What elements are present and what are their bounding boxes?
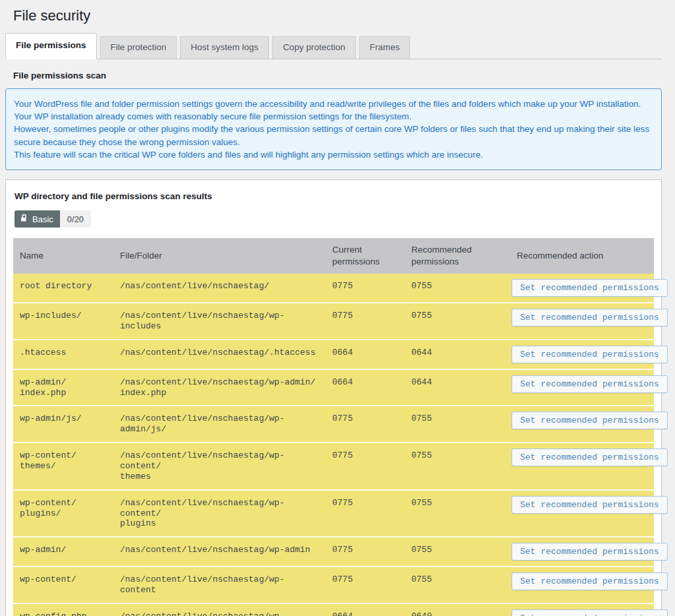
row-name: root directory <box>13 274 113 303</box>
row-action-cell: Set recommended permissions <box>510 406 654 443</box>
row-recommended-permissions: 0644 <box>405 340 510 369</box>
row-name: wp-admin/ index.php <box>13 369 113 406</box>
row-name: wp-admin/ <box>13 537 113 567</box>
table-header-row: Name File/Folder Current permissions Rec… <box>13 238 654 274</box>
row-file-folder: /nas/content/live/nschaestag/wp-admin/ i… <box>113 369 326 406</box>
row-file-folder: /nas/content/live/nschaestag/wp-includes <box>113 303 326 340</box>
row-recommended-permissions: 0755 <box>405 490 510 538</box>
header-name: Name <box>13 238 113 274</box>
row-action-cell: Set recommended permissions <box>510 490 654 538</box>
table-row: wp-admin/ /nas/content/live/nschaestag/w… <box>13 537 654 567</box>
tab-copy-protection[interactable]: Copy protection <box>272 36 356 59</box>
row-recommended-permissions: 0755 <box>405 406 510 443</box>
row-recommended-permissions: 0755 <box>405 303 510 340</box>
row-current-permissions: 0775 <box>326 303 405 340</box>
info-line: This feature will scan the critical WP c… <box>14 148 653 161</box>
set-recommended-permissions-button[interactable]: Set recommended permissions <box>512 543 668 561</box>
row-recommended-permissions: 0640 <box>405 603 510 616</box>
row-current-permissions: 0775 <box>326 490 405 538</box>
info-box: Your WordPress file and folder permissio… <box>5 88 662 170</box>
row-current-permissions: 0664 <box>326 340 405 369</box>
row-file-folder: /nas/content/live/nschaestag/ <box>113 274 326 303</box>
row-name: wp-content/ plugins/ <box>13 490 113 538</box>
row-name: wp-content/ <box>13 567 113 603</box>
row-action-cell: Set recommended permissions <box>510 443 654 490</box>
row-name: .htaccess <box>13 340 113 369</box>
row-current-permissions: 0775 <box>326 274 405 303</box>
table-row: wp-admin/js/ /nas/content/live/nschaesta… <box>13 406 654 443</box>
tab-file-protection[interactable]: File protection <box>100 36 177 59</box>
table-row: wp-content/ plugins/ /nas/content/live/n… <box>13 490 654 538</box>
table-header: Name File/Folder Current permissions Rec… <box>13 238 654 274</box>
tab-file-permissions[interactable]: File permissions <box>5 33 97 59</box>
badge-level-label: Basic <box>32 214 53 224</box>
row-recommended-permissions: 0755 <box>405 443 510 490</box>
set-recommended-permissions-button[interactable]: Set recommended permissions <box>512 572 668 590</box>
table-row: wp-includes/ /nas/content/live/nschaesta… <box>13 303 654 340</box>
header-recommended-action: Recommended action <box>510 238 654 274</box>
row-action-cell: Set recommended permissions <box>510 537 654 567</box>
row-current-permissions: 0664 <box>326 369 405 406</box>
unlock-icon <box>20 214 28 224</box>
row-recommended-permissions: 0755 <box>405 537 510 567</box>
results-panel: WP directory and file permissions scan r… <box>5 179 662 616</box>
row-current-permissions: 0775 <box>326 537 405 567</box>
row-recommended-permissions: 0755 <box>405 274 510 303</box>
feature-level-badge: Basic 0/20 <box>15 210 91 228</box>
row-file-folder: /nas/content/live/nschaestag/wp-content/… <box>113 490 326 538</box>
row-name: wp-content/ themes/ <box>13 443 113 490</box>
tab-host-system-logs[interactable]: Host system logs <box>180 36 269 59</box>
row-name: wp-config.php <box>13 603 113 616</box>
permissions-table-body: root directory /nas/content/live/nschaes… <box>13 274 654 616</box>
header-recommended-permissions: Recommended permissions <box>405 238 510 274</box>
badge-score: 0/20 <box>60 210 91 228</box>
page-title: File security <box>5 0 662 27</box>
row-current-permissions: 0775 <box>326 443 405 490</box>
row-action-cell: Set recommended permissions <box>510 369 654 406</box>
row-recommended-permissions: 0644 <box>405 369 510 406</box>
set-recommended-permissions-button[interactable]: Set recommended permissions <box>512 609 668 616</box>
header-file-folder: File/Folder <box>113 238 326 274</box>
panel-heading: WP directory and file permissions scan r… <box>15 191 654 201</box>
set-recommended-permissions-button[interactable]: Set recommended permissions <box>512 309 668 326</box>
row-recommended-permissions: 0755 <box>405 567 510 603</box>
row-file-folder: /nas/content/live/nschaestag/wp-content <box>113 567 326 603</box>
row-current-permissions: 0775 <box>326 406 405 443</box>
row-action-cell: Set recommended permissions <box>510 340 654 369</box>
info-line: However, sometimes people or other plugi… <box>14 123 653 148</box>
table-row: wp-config.php /nas/content/live/nschaest… <box>13 603 654 616</box>
row-action-cell: Set recommended permissions <box>510 274 654 303</box>
info-line: Your WP installation already comes with … <box>14 110 653 123</box>
permissions-table: Name File/Folder Current permissions Rec… <box>13 238 654 616</box>
row-action-cell: Set recommended permissions <box>510 567 654 603</box>
row-name: wp-includes/ <box>13 303 113 340</box>
table-row: wp-content/ themes/ /nas/content/live/ns… <box>13 443 654 490</box>
header-current-permissions: Current permissions <box>326 238 405 274</box>
set-recommended-permissions-button[interactable]: Set recommended permissions <box>512 412 668 429</box>
row-current-permissions: 0664 <box>326 603 405 616</box>
page: File security File permissions File prot… <box>0 0 675 616</box>
set-recommended-permissions-button[interactable]: Set recommended permissions <box>512 375 668 393</box>
row-current-permissions: 0775 <box>326 567 405 603</box>
tab-bar: File permissions File protection Host sy… <box>5 33 662 59</box>
row-action-cell: Set recommended permissions <box>510 303 654 340</box>
row-file-folder: /nas/content/live/nschaestag/wp-admin/js… <box>113 406 326 443</box>
table-row: root directory /nas/content/live/nschaes… <box>13 274 654 303</box>
row-file-folder: /nas/content/live/nschaestag/wp-config.p… <box>113 603 326 616</box>
section-heading: File permissions scan <box>13 71 662 80</box>
info-line: Your WordPress file and folder permissio… <box>14 98 653 110</box>
tab-frames[interactable]: Frames <box>359 36 411 59</box>
set-recommended-permissions-button[interactable]: Set recommended permissions <box>512 496 668 514</box>
table-row: .htaccess /nas/content/live/nschaestag/.… <box>13 340 654 369</box>
set-recommended-permissions-button[interactable]: Set recommended permissions <box>512 346 668 363</box>
row-action-cell: Set recommended permissions <box>510 603 654 616</box>
row-name: wp-admin/js/ <box>13 406 113 443</box>
badge-level: Basic <box>15 210 60 228</box>
set-recommended-permissions-button[interactable]: Set recommended permissions <box>512 279 668 297</box>
row-file-folder: /nas/content/live/nschaestag/.htaccess <box>113 340 326 369</box>
row-file-folder: /nas/content/live/nschaestag/wp-admin <box>113 537 326 567</box>
row-file-folder: /nas/content/live/nschaestag/wp-content/… <box>113 443 326 490</box>
table-row: wp-content/ /nas/content/live/nschaestag… <box>13 567 654 603</box>
table-row: wp-admin/ index.php /nas/content/live/ns… <box>13 369 654 406</box>
set-recommended-permissions-button[interactable]: Set recommended permissions <box>512 448 668 466</box>
